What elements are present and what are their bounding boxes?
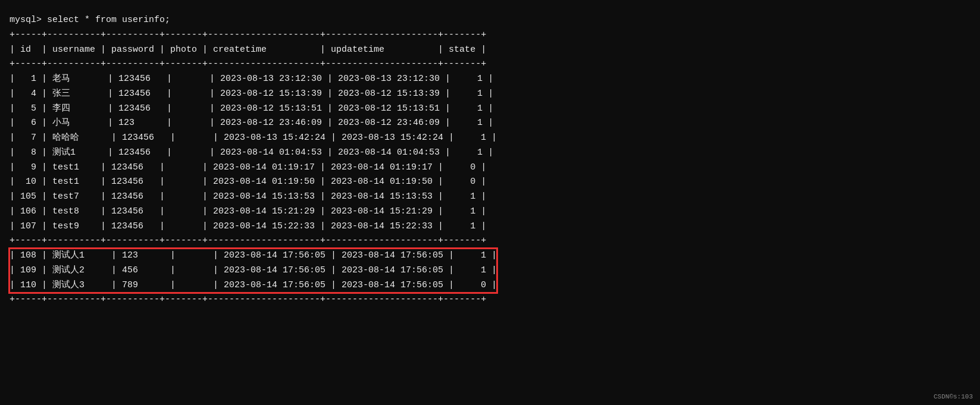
watermark: CSDN©s:103 — [934, 393, 973, 400]
table-row: | 5 | 李四 | 123456 | | 2023-08-12 15:13:5… — [10, 103, 493, 114]
table-row: | 7 | 哈哈哈 | 123456 | | 2023-08-13 15:42:… — [10, 133, 497, 143]
table-row: | 8 | 测试1 | 123456 | | 2023-08-14 01:04:… — [10, 147, 493, 158]
header-row: | id | username | password | photo | cre… — [10, 45, 486, 55]
table-row: | 4 | 张三 | 123456 | | 2023-08-12 15:13:3… — [10, 89, 493, 99]
table-output: +-----+----------+----------+-------+---… — [10, 28, 970, 307]
divider-bot: +-----+----------+----------+-------+---… — [10, 294, 486, 304]
table-row: | 10 | test1 | 123456 | | 2023-08-14 01:… — [10, 177, 486, 187]
table-row: | 9 | test1 | 123456 | | 2023-08-14 01:1… — [10, 162, 486, 172]
divider-top: +-----+----------+----------+-------+---… — [10, 30, 486, 40]
table-row: | 6 | 小马 | 123 | | 2023-08-12 23:46:09 |… — [10, 118, 493, 128]
table-row: | 107 | test9 | 123456 | | 2023-08-14 15… — [10, 221, 486, 231]
terminal: mysql> select * from userinfo; +-----+--… — [0, 7, 980, 313]
table-row: | 106 | test8 | 123456 | | 2023-08-14 15… — [10, 206, 486, 216]
divider-mid: +-----+----------+----------+-------+---… — [10, 59, 486, 69]
highlighted-block: | 108 | 测试人1 | 123 | | 2023-08-14 17:56:… — [10, 249, 497, 293]
highlighted-row: | 108 | 测试人1 | 123 | | 2023-08-14 17:56:… — [10, 249, 497, 263]
query-line: mysql> select * from userinfo; — [10, 13, 970, 28]
divider-pre-highlight: +-----+----------+----------+-------+---… — [10, 236, 486, 246]
table-row: | 1 | 老马 | 123456 | | 2023-08-13 23:12:3… — [10, 74, 493, 84]
table-row: | 105 | test7 | 123456 | | 2023-08-14 15… — [10, 191, 486, 202]
highlighted-row: | 109 | 测试人2 | 456 | | 2023-08-14 17:56:… — [10, 263, 497, 278]
highlighted-row: | 110 | 测试人3 | 789 | | 2023-08-14 17:56:… — [10, 278, 497, 293]
